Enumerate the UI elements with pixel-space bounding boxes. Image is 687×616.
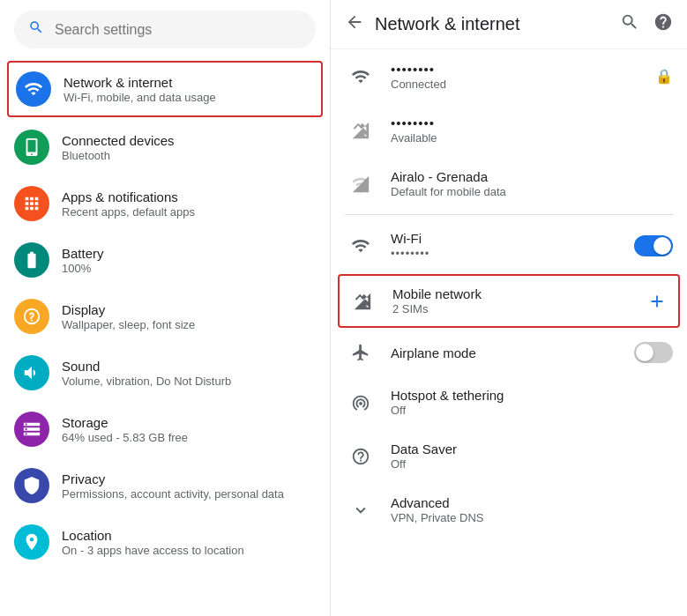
sidebar-item-connected-devices[interactable]: Connected devices Bluetooth bbox=[0, 119, 330, 175]
search-header-icon[interactable] bbox=[620, 12, 639, 36]
location-title: Location bbox=[62, 528, 244, 543]
sound-text: Sound Volume, vibration, Do Not Disturb bbox=[62, 359, 231, 388]
sidebar-item-battery[interactable]: Battery 100% bbox=[0, 232, 330, 288]
battery-text: Battery 100% bbox=[62, 246, 104, 275]
wifi-toggle-icon bbox=[345, 236, 377, 256]
wifi-connected-name: •••••••• bbox=[391, 62, 655, 77]
wifi-toggle-action bbox=[634, 235, 673, 256]
right-item-datasaver[interactable]: Data Saver Off bbox=[331, 429, 687, 483]
mobile2-icon bbox=[345, 121, 377, 140]
mobile-network-subtitle: 2 SIMs bbox=[392, 302, 643, 315]
advanced-text: Advanced VPN, Private DNS bbox=[391, 495, 673, 524]
wifi-connected-icon bbox=[345, 67, 377, 86]
sidebar-item-sound[interactable]: Sound Volume, vibration, Do Not Disturb bbox=[0, 345, 330, 401]
wifi-connected-status: Connected bbox=[391, 78, 655, 91]
sidebar-item-location[interactable]: Location On - 3 apps have access to loca… bbox=[0, 514, 330, 570]
right-item-advanced[interactable]: Advanced VPN, Private DNS bbox=[331, 483, 687, 537]
hotspot-text: Hotspot & tethering Off bbox=[391, 388, 673, 417]
right-item-wifi-toggle[interactable]: Wi-Fi •••••••• bbox=[331, 219, 687, 272]
mobile2-name: •••••••• bbox=[391, 115, 673, 130]
sound-title: Sound bbox=[62, 359, 231, 374]
network-item-text: Network & internet Wi-Fi, mobile, and da… bbox=[63, 75, 216, 104]
wifi-lock-action: 🔒 bbox=[655, 68, 673, 85]
connected-devices-text: Connected devices Bluetooth bbox=[62, 133, 175, 162]
display-icon bbox=[14, 299, 49, 334]
display-text: Display Wallpaper, sleep, font size bbox=[62, 302, 195, 331]
connected-devices-subtitle: Bluetooth bbox=[62, 149, 175, 162]
display-title: Display bbox=[62, 302, 195, 317]
settings-list: Network & internet Wi-Fi, mobile, and da… bbox=[0, 59, 330, 616]
apps-subtitle: Recent apps, default apps bbox=[62, 205, 195, 219]
airplane-icon bbox=[345, 343, 377, 362]
sidebar-item-apps[interactable]: Apps & notifications Recent apps, defaul… bbox=[0, 175, 330, 232]
network-title: Network & internet bbox=[63, 75, 216, 90]
airalo-subtitle: Default for mobile data bbox=[391, 185, 673, 198]
right-item-mobile-2[interactable]: •••••••• Available bbox=[331, 103, 687, 157]
datasaver-text: Data Saver Off bbox=[391, 442, 673, 471]
right-list: •••••••• Connected 🔒 •••••••• Available bbox=[331, 49, 687, 616]
airalo-icon bbox=[345, 174, 377, 194]
datasaver-title: Data Saver bbox=[391, 442, 673, 456]
advanced-icon bbox=[345, 501, 377, 520]
search-icon bbox=[28, 19, 44, 40]
right-panel-title: Network & internet bbox=[375, 14, 609, 34]
right-header: Network & internet bbox=[331, 0, 687, 49]
network-subtitle: Wi-Fi, mobile, and data usage bbox=[63, 91, 216, 104]
mobile-network-add-button[interactable] bbox=[643, 287, 671, 315]
right-item-hotspot[interactable]: Hotspot & tethering Off bbox=[331, 375, 687, 429]
connected-devices-title: Connected devices bbox=[62, 133, 175, 148]
location-icon bbox=[14, 524, 49, 560]
search-bar[interactable] bbox=[14, 11, 316, 48]
wifi-connected-text: •••••••• Connected bbox=[391, 62, 655, 91]
datasaver-icon bbox=[345, 447, 377, 466]
right-item-mobile-network[interactable]: Mobile network 2 SIMs bbox=[338, 274, 680, 328]
storage-title: Storage bbox=[62, 415, 188, 430]
battery-subtitle: 100% bbox=[62, 262, 104, 275]
help-header-icon[interactable] bbox=[653, 12, 673, 36]
sidebar-item-display[interactable]: Display Wallpaper, sleep, font size bbox=[0, 288, 330, 345]
location-text: Location On - 3 apps have access to loca… bbox=[62, 528, 244, 557]
sidebar-item-privacy[interactable]: Privacy Permissions, account activity, p… bbox=[0, 457, 330, 514]
apps-text: Apps & notifications Recent apps, defaul… bbox=[62, 189, 195, 219]
airplane-toggle-switch[interactable] bbox=[634, 342, 673, 363]
apps-title: Apps & notifications bbox=[62, 189, 195, 204]
connected-devices-icon bbox=[14, 130, 49, 165]
battery-title: Battery bbox=[62, 246, 104, 261]
wifi-toggle-text: Wi-Fi •••••••• bbox=[391, 231, 634, 260]
storage-icon bbox=[14, 412, 49, 447]
mobile2-text: •••••••• Available bbox=[391, 115, 673, 145]
mobile-network-text: Mobile network 2 SIMs bbox=[392, 286, 643, 315]
privacy-subtitle: Permissions, account activity, personal … bbox=[62, 487, 284, 501]
header-icons bbox=[620, 12, 673, 36]
sound-subtitle: Volume, vibration, Do Not Disturb bbox=[62, 375, 231, 388]
divider-1 bbox=[345, 214, 673, 215]
right-item-wifi-connected[interactable]: •••••••• Connected 🔒 bbox=[331, 49, 687, 103]
battery-icon bbox=[14, 242, 49, 278]
storage-text: Storage 64% used - 5.83 GB free bbox=[62, 415, 188, 444]
mobile-network-icon bbox=[347, 292, 378, 311]
network-icon-circle bbox=[16, 71, 51, 107]
airplane-text: Airplane mode bbox=[391, 345, 634, 360]
sidebar-item-network[interactable]: Network & internet Wi-Fi, mobile, and da… bbox=[7, 61, 323, 117]
airalo-text: Airalo - Grenada Default for mobile data bbox=[391, 169, 673, 198]
right-item-airplane[interactable]: Airplane mode bbox=[331, 330, 687, 375]
hotspot-icon bbox=[345, 393, 377, 412]
right-item-airalo[interactable]: Airalo - Grenada Default for mobile data bbox=[331, 157, 687, 211]
storage-subtitle: 64% used - 5.83 GB free bbox=[62, 431, 188, 444]
advanced-subtitle: VPN, Private DNS bbox=[391, 511, 673, 524]
datasaver-subtitle: Off bbox=[391, 457, 673, 471]
apps-icon bbox=[14, 186, 49, 221]
hotspot-title: Hotspot & tethering bbox=[391, 388, 673, 403]
privacy-text: Privacy Permissions, account activity, p… bbox=[62, 471, 284, 501]
back-button[interactable] bbox=[345, 12, 364, 36]
location-subtitle: On - 3 apps have access to location bbox=[62, 544, 244, 557]
sidebar-item-storage[interactable]: Storage 64% used - 5.83 GB free bbox=[0, 401, 330, 457]
lock-icon: 🔒 bbox=[655, 68, 673, 85]
privacy-icon bbox=[14, 468, 49, 503]
search-input[interactable] bbox=[55, 22, 302, 38]
display-subtitle: Wallpaper, sleep, font size bbox=[62, 318, 195, 331]
airplane-title: Airplane mode bbox=[391, 345, 634, 360]
wifi-toggle-switch[interactable] bbox=[634, 235, 673, 256]
wifi-toggle-title: Wi-Fi bbox=[391, 231, 634, 246]
airplane-toggle-action bbox=[634, 342, 673, 363]
